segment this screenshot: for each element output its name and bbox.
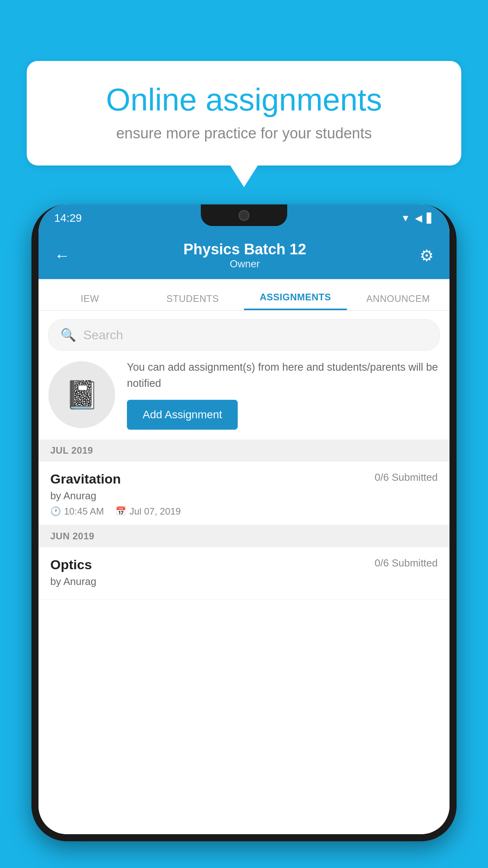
settings-icon[interactable]: ⚙	[420, 246, 434, 265]
calendar-icon: 📅	[116, 506, 126, 517]
app-header: ← Physics Batch 12 Owner ⚙	[39, 232, 449, 279]
search-icon: 🔍	[61, 327, 76, 342]
content-area: 🔍 Search 📓 You can add assignment(s) fro…	[39, 311, 449, 834]
optics-row1: Optics 0/6 Submitted	[50, 557, 438, 572]
meta-date-gravitation: 📅 Jul 07, 2019	[116, 506, 181, 517]
section-jun-2019: JUN 2019	[39, 525, 449, 547]
assignment-row1: Gravitation 0/6 Submitted	[50, 471, 438, 487]
assignment-meta-gravitation: 🕐 10:45 AM 📅 Jul 07, 2019	[50, 506, 438, 517]
speech-bubble-pointer	[230, 166, 258, 187]
phone-notch	[201, 204, 287, 226]
assignment-date: Jul 07, 2019	[129, 506, 181, 517]
phone-screen: 14:29 ▼ ◀ ▋ ← Physics Batch 12 Owner ⚙ I…	[39, 204, 449, 834]
add-assignment-button[interactable]: Add Assignment	[127, 400, 238, 430]
assignment-submitted-optics: 0/6 Submitted	[375, 557, 438, 569]
assignment-item-gravitation[interactable]: Gravitation 0/6 Submitted by Anurag 🕐 10…	[39, 462, 449, 525]
search-bar[interactable]: 🔍 Search	[48, 319, 440, 351]
signal-icon: ◀	[415, 213, 422, 224]
section-jul-2019: JUL 2019	[39, 440, 449, 462]
tab-announcements[interactable]: ANNOUNCEM	[347, 293, 450, 310]
phone: 14:29 ▼ ◀ ▋ ← Physics Batch 12 Owner ⚙ I…	[31, 204, 457, 841]
assignment-promo: 📓 You can add assignment(s) from here an…	[48, 359, 440, 430]
speech-bubble: Online assignments ensure more practice …	[27, 61, 461, 166]
promo-text: You can add assignment(s) from here and …	[127, 359, 440, 391]
back-button[interactable]: ←	[54, 247, 70, 265]
assignment-name-optics: Optics	[50, 557, 92, 572]
meta-time-gravitation: 🕐 10:45 AM	[50, 506, 104, 517]
tab-students[interactable]: STUDENTS	[141, 293, 244, 310]
header-center: Physics Batch 12 Owner	[183, 241, 306, 270]
camera	[238, 210, 250, 221]
wifi-icon: ▼	[401, 213, 410, 224]
phone-container: 14:29 ▼ ◀ ▋ ← Physics Batch 12 Owner ⚙ I…	[31, 204, 457, 868]
assignment-time: 10:45 AM	[64, 506, 104, 517]
promo-icon-circle: 📓	[48, 361, 115, 428]
speech-bubble-container: Online assignments ensure more practice …	[27, 61, 461, 187]
assignment-name-gravitation: Gravitation	[50, 471, 121, 487]
tab-assignments[interactable]: ASSIGNMENTS	[244, 292, 347, 310]
battery-icon: ▋	[427, 213, 434, 224]
clock-icon: 🕐	[50, 506, 61, 517]
search-placeholder: Search	[83, 328, 123, 342]
tabs: IEW STUDENTS ASSIGNMENTS ANNOUNCEM	[39, 279, 449, 311]
speech-bubble-subtitle: ensure more practice for your students	[54, 125, 434, 142]
notebook-icon: 📓	[65, 379, 99, 411]
status-icons: ▼ ◀ ▋	[401, 213, 434, 224]
header-title: Physics Batch 12	[183, 241, 306, 258]
assignment-submitted-gravitation: 0/6 Submitted	[375, 471, 438, 484]
promo-content: You can add assignment(s) from here and …	[127, 359, 440, 430]
speech-bubble-title: Online assignments	[54, 83, 434, 117]
assignment-by-optics: by Anurag	[50, 576, 438, 588]
assignment-by-gravitation: by Anurag	[50, 490, 438, 502]
tab-iew[interactable]: IEW	[39, 293, 141, 310]
status-time: 14:29	[54, 212, 82, 224]
assignment-item-optics[interactable]: Optics 0/6 Submitted by Anurag	[39, 547, 449, 600]
header-subtitle: Owner	[183, 258, 306, 270]
